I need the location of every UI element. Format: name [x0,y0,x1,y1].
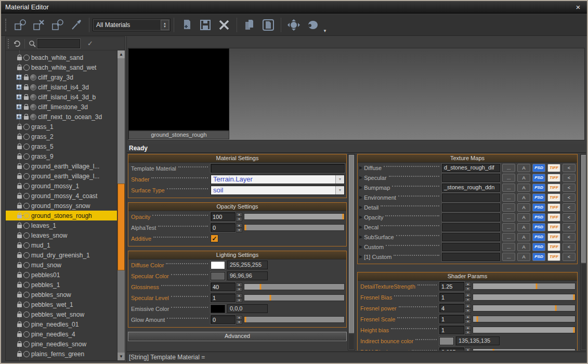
settings-scrollbar[interactable] [348,154,355,350]
value-slider[interactable] [473,294,576,301]
slider-marker[interactable] [244,225,246,230]
apply-texture-button[interactable]: A [517,174,530,182]
row-expand-arrow-icon[interactable]: ▶ [359,165,362,170]
reload-button[interactable] [12,38,22,49]
update-preview-button[interactable] [284,17,303,33]
open-psd-button[interactable]: PSD [532,253,545,261]
assign-texture-button[interactable]: < [563,174,576,182]
color-swatch[interactable] [211,272,225,280]
tree-item[interactable]: + beach_white_sand_wet [6,62,117,72]
slider-marker[interactable] [493,349,494,350]
row-expand-arrow-icon[interactable]: ▶ [359,195,362,200]
assign-texture-button[interactable]: < [563,223,576,231]
value-input[interactable] [211,315,236,324]
filter-spinner[interactable]: ▲ ▼ [161,20,169,30]
browse-texture-button[interactable]: ... [502,233,515,241]
open-psd-button[interactable]: PSD [532,243,545,251]
apply-texture-button[interactable]: A [517,253,530,261]
apply-texture-button[interactable]: A [517,243,530,251]
tree-item[interactable]: + pebbles_1 [6,280,117,290]
open-tiff-button[interactable]: TIFF [547,164,560,172]
value-spinner[interactable]: ▲ ▼ [465,326,471,335]
value-input[interactable] [439,293,464,302]
value-slider[interactable] [244,316,345,323]
value-spinner[interactable]: ▲ ▼ [236,223,242,232]
open-tiff-button[interactable]: TIFF [547,243,560,251]
assign-texture-button[interactable]: < [563,213,576,222]
tree-scroll-track[interactable] [117,58,125,185]
tree-item[interactable]: + leaves_1 [6,220,117,230]
browse-texture-button[interactable]: ... [502,164,515,172]
value-spinner[interactable]: ▲ ▼ [236,282,242,292]
scroll-thumb[interactable] [581,155,586,263]
color-swatch[interactable] [211,261,225,269]
tree-item[interactable]: + pine_needles_01 [6,319,117,329]
open-psd-button[interactable]: PSD [532,164,545,172]
browse-texture-button[interactable]: ... [502,253,515,261]
texture-path-input[interactable] [442,193,500,202]
spinner-down-icon[interactable]: ▼ [236,320,242,324]
assign-texture-button[interactable]: < [563,203,576,212]
row-expand-arrow-icon[interactable]: ▶ [359,215,362,219]
spinner-down-icon[interactable]: ▼ [236,217,242,222]
new-material-button[interactable] [177,17,196,33]
scroll-thumb[interactable] [349,155,354,333]
shader-dropdown[interactable]: soil ▼ [211,186,345,195]
spinner-up-icon[interactable]: ▲ [236,293,242,298]
tree-item[interactable]: + ground_stones_rough [6,211,117,220]
tree-item[interactable]: + cliff_next_to_ocean_3d [6,112,117,122]
value-slider[interactable] [244,213,345,220]
spinner-up-icon[interactable]: ▲ [465,293,471,297]
assign-texture-button[interactable]: < [563,233,576,241]
tree-item[interactable]: + cliff_island_is4_3d_b [6,92,117,102]
tree-item[interactable]: + cliff_island_is4_3d [6,82,117,92]
tree-item[interactable]: + ground_earth_village_l... [6,161,117,171]
value-input[interactable] [439,315,464,323]
spinner-up-icon[interactable]: ▲ [236,212,242,217]
slider-marker[interactable] [573,327,575,333]
spinner-down-icon[interactable]: ▼ [236,228,242,232]
tree-scroll-thumb[interactable] [117,184,125,270]
value-spinner[interactable]: ▲ ▼ [465,282,471,291]
material-preview-thumbnail[interactable] [128,48,229,131]
expand-plus-icon[interactable]: + [16,114,22,120]
open-tiff-button[interactable]: TIFF [547,193,560,202]
texture-path-input[interactable] [442,174,500,182]
spinner-up-icon[interactable]: ▲ [465,315,471,319]
value-slider[interactable] [473,348,576,350]
open-tiff-button[interactable]: TIFF [547,174,560,182]
save-material-button[interactable] [196,17,215,33]
template-material-input[interactable] [211,164,345,173]
open-psd-button[interactable]: PSD [532,174,545,182]
browse-texture-button[interactable]: ... [502,174,515,182]
spinner-down-icon[interactable]: ▼ [465,287,471,291]
tree-item[interactable]: + [6,359,117,360]
browse-texture-button[interactable]: ... [502,223,515,231]
reset-material-button[interactable] [30,17,48,33]
tree-item[interactable]: + mud_1 [6,240,117,250]
paste-material-button[interactable] [259,17,278,33]
copy-material-button[interactable] [240,17,259,33]
row-expand-arrow-icon[interactable]: ▶ [359,205,362,210]
spinner-down-icon[interactable]: ▼ [236,298,242,303]
texture-path-input[interactable] [442,203,500,212]
value-spinner[interactable]: ▲ ▼ [465,293,471,302]
value-slider[interactable] [244,283,345,290]
value-spinner[interactable]: ▲ ▼ [465,347,471,351]
tree-item[interactable]: + mud_dry_greenish_1 [6,250,117,260]
expand-plus-icon[interactable]: + [16,84,22,90]
tree-item[interactable]: + pebbles01 [6,270,117,280]
browse-texture-button[interactable]: ... [502,203,515,212]
value-spinner[interactable]: ▲ ▼ [465,315,471,324]
group-header[interactable]: Shader Params [358,272,577,281]
color-swatch[interactable] [439,337,454,345]
spinner-down-icon[interactable]: ▼ [236,287,242,292]
filter-apply-check-icon[interactable]: ✓ [87,40,93,47]
open-tiff-button[interactable]: TIFF [547,223,560,231]
scroll-up-icon[interactable]: ▲ [117,50,125,58]
tree-item[interactable]: + ground_earth_village_l... [6,171,117,181]
expand-plus-icon[interactable]: + [16,74,22,80]
assign-texture-button[interactable]: < [563,193,576,202]
value-input[interactable] [439,304,464,313]
value-slider[interactable] [473,327,576,333]
